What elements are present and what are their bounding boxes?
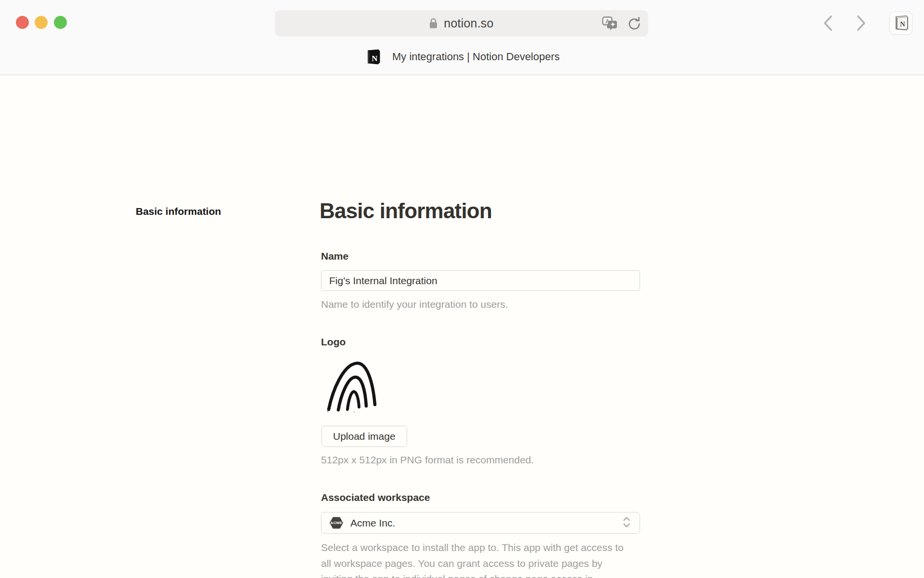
workspace-helper-text: Select a workspace to install the app to… xyxy=(321,540,635,578)
workspace-badge-icon: ACME xyxy=(330,517,343,529)
page-title: Basic information xyxy=(320,199,492,223)
translate-icon[interactable]: A xyxy=(602,16,618,31)
browser-chrome: notion.so A xyxy=(0,0,924,75)
svg-text:N: N xyxy=(900,20,905,28)
notion-favicon: N xyxy=(364,48,382,66)
window-controls xyxy=(16,16,74,29)
select-chevrons-icon xyxy=(622,516,631,530)
workspace-selected-value: Acme Inc. xyxy=(350,517,395,529)
page-content: Basic information Basic information Name… xyxy=(0,76,924,578)
address-bar-center: notion.so xyxy=(275,10,648,37)
browser-window: notion.so A xyxy=(0,0,924,578)
address-bar[interactable]: notion.so A xyxy=(275,10,648,37)
svg-text:N: N xyxy=(372,54,378,63)
tab-title: My integrations | Notion Developers xyxy=(392,51,560,63)
back-button[interactable] xyxy=(818,13,837,33)
zoom-window-button[interactable] xyxy=(54,16,67,29)
integration-logo-image xyxy=(326,361,379,413)
logo-label: Logo xyxy=(321,336,346,348)
active-tab[interactable]: N My integrations | Notion Developers xyxy=(0,41,924,72)
associated-workspace-label: Associated workspace xyxy=(321,492,430,503)
upload-image-button[interactable]: Upload image xyxy=(321,426,407,447)
minimize-window-button[interactable] xyxy=(35,16,48,29)
name-label: Name xyxy=(321,250,348,262)
sidebar-item-basic-information[interactable]: Basic information xyxy=(136,206,221,217)
name-input[interactable] xyxy=(321,270,640,291)
upload-image-button-label: Upload image xyxy=(333,431,396,442)
lock-icon xyxy=(429,18,437,29)
notion-pinned-tab-icon[interactable]: N xyxy=(889,12,912,35)
close-window-button[interactable] xyxy=(16,16,29,29)
reload-icon[interactable] xyxy=(627,16,641,31)
workspace-select[interactable]: ACME Acme Inc. xyxy=(321,512,640,534)
forward-button[interactable] xyxy=(852,13,871,33)
name-helper-text: Name to identify your integration to use… xyxy=(321,299,508,310)
logo-helper-text: 512px x 512px in PNG format is recommend… xyxy=(321,454,534,466)
url-text: notion.so xyxy=(444,16,493,30)
